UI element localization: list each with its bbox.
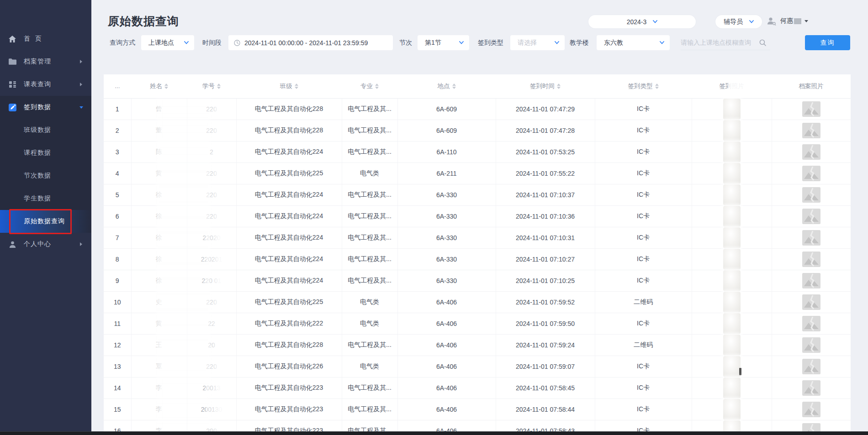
broken-image-placeholder-icon[interactable] — [802, 230, 820, 246]
cell-class: 电气工程及其自动化228 — [236, 120, 342, 141]
cell-class: 电气工程及其自动化226 — [236, 356, 342, 377]
sidebar-item-label: 个人中心 — [24, 240, 51, 248]
cell-archive-photo — [772, 291, 851, 313]
col-header-signin-time[interactable]: 签到时间 — [496, 74, 595, 98]
col-header-major[interactable]: 专业 — [342, 74, 397, 98]
sidebar-item-home[interactable]: 首 页 — [0, 27, 91, 50]
sidebar-subitem-student-data[interactable]: 学生数据 — [0, 187, 91, 210]
cell-class: 电气工程及其自动化223 — [236, 398, 342, 420]
broken-image-placeholder-icon[interactable] — [802, 316, 820, 331]
cell-student-id: 20013 — [187, 377, 236, 398]
signin-photo-thumbnail[interactable] — [723, 206, 741, 227]
cell-signin-time: 2024-11-01 07:59:52 — [496, 291, 595, 313]
chevron-right-icon — [80, 242, 82, 246]
signin-photo-thumbnail[interactable] — [723, 120, 741, 141]
sidebar-subitem-class-data[interactable]: 班级数据 — [0, 119, 91, 142]
signin-type-select[interactable]: 请选择 — [510, 35, 565, 50]
user-menu[interactable]: 何惠 — [767, 16, 808, 26]
cell-signin-type: IC卡 — [595, 248, 692, 270]
cell-signin-photo — [692, 398, 772, 420]
col-header-index: ... — [104, 74, 131, 98]
signin-photo-thumbnail[interactable] — [723, 399, 741, 420]
query-mode-select[interactable]: 上课地点 — [141, 35, 194, 50]
broken-image-placeholder-icon[interactable] — [802, 209, 820, 224]
signin-photo-thumbnail[interactable] — [723, 227, 741, 248]
signin-photo-thumbnail[interactable] — [723, 99, 741, 120]
role-select[interactable]: 辅导员 — [715, 15, 762, 28]
sidebar-item-schedule[interactable]: 课表查询 — [0, 73, 91, 96]
sort-icon[interactable] — [164, 84, 168, 89]
signin-photo-thumbnail[interactable] — [723, 142, 741, 162]
signin-photo-thumbnail[interactable] — [723, 292, 741, 313]
broken-image-placeholder-icon[interactable] — [802, 273, 820, 288]
cell-location: 6A-406 — [397, 377, 496, 398]
search-icon[interactable] — [759, 39, 766, 46]
col-header-student-id[interactable]: 学号 — [187, 74, 236, 98]
cell-signin-time: 2024-11-01 07:47:28 — [496, 120, 595, 141]
col-header-location[interactable]: 地点 — [397, 74, 496, 98]
cell-class: 电气工程及其自动化224 — [236, 205, 342, 227]
broken-image-placeholder-icon[interactable] — [802, 294, 820, 310]
broken-image-placeholder-icon[interactable] — [802, 402, 820, 417]
sidebar-item-archive[interactable]: 档案管理 — [0, 50, 91, 73]
cell-major: 电气工程及其... — [342, 248, 397, 270]
broken-image-placeholder-icon[interactable] — [802, 337, 820, 353]
sidebar-subitem-period-data[interactable]: 节次数据 — [0, 164, 91, 187]
signin-photo-thumbnail[interactable] — [723, 163, 741, 184]
signin-photo-thumbnail[interactable] — [723, 356, 741, 377]
cell-name: 李 — [131, 398, 187, 420]
broken-image-placeholder-icon[interactable] — [802, 252, 820, 267]
row-index: 14 — [104, 377, 131, 398]
term-select[interactable]: 2024-3 — [588, 15, 696, 28]
row-index: 4 — [104, 162, 131, 184]
cell-location: 6A-330 — [397, 205, 496, 227]
role-select-value: 辅导员 — [724, 18, 743, 26]
cell-signin-time: 2024-11-01 07:59:50 — [496, 313, 595, 334]
cell-signin-time: 2024-11-01 07:55:22 — [496, 162, 595, 184]
col-header-class[interactable]: 班级 — [236, 74, 342, 98]
cell-class: 电气工程及其自动化224 — [236, 248, 342, 270]
time-range-value: 2024-11-01 00:00:00 - 2024-11-01 23:59:5… — [244, 39, 368, 47]
col-header-signin-type[interactable]: 签到类型 — [595, 74, 692, 98]
sidebar-subitem-course-data[interactable]: 课程数据 — [0, 142, 91, 164]
signin-photo-thumbnail[interactable] — [723, 270, 741, 291]
col-header-name[interactable]: 姓名 — [131, 74, 187, 98]
dropdown-caret-icon — [804, 20, 808, 22]
signin-photo-thumbnail[interactable] — [723, 377, 741, 398]
sort-icon[interactable] — [295, 84, 298, 89]
signin-photo-thumbnail[interactable] — [723, 184, 741, 205]
sort-icon[interactable] — [655, 84, 659, 89]
cell-signin-type: IC卡 — [595, 141, 692, 162]
cell-name: 徐 — [131, 205, 187, 227]
broken-image-placeholder-icon[interactable] — [802, 144, 820, 160]
signin-photo-thumbnail[interactable] — [723, 249, 741, 270]
broken-image-placeholder-icon[interactable] — [802, 187, 820, 203]
page-title: 原始数据查询 — [108, 14, 179, 29]
broken-image-placeholder-icon[interactable] — [802, 359, 820, 374]
building-select[interactable]: 东六教 — [597, 35, 670, 50]
sort-icon[interactable] — [452, 84, 456, 89]
chevron-down-icon — [459, 41, 464, 44]
query-button[interactable]: 查询 — [805, 35, 850, 50]
period-select[interactable]: 第1节 — [418, 35, 469, 50]
sort-icon[interactable] — [375, 84, 379, 89]
signin-photo-thumbnail[interactable] — [723, 335, 741, 356]
table-row: 4 黄 220 电气工程及其自动化225 电气类 6A-211 2024-11-… — [104, 162, 851, 184]
broken-image-placeholder-icon[interactable] — [802, 123, 820, 138]
broken-image-placeholder-icon[interactable] — [802, 101, 820, 117]
time-range-input[interactable]: 2024-11-01 00:00:00 - 2024-11-01 23:59:5… — [228, 35, 393, 50]
sort-icon[interactable] — [217, 84, 221, 89]
col-header-signin-photo: 签到照片 — [692, 74, 772, 98]
cell-major: 电气工程及其... — [342, 205, 397, 227]
sidebar-subitem-raw-data-query[interactable]: 原始数据查询 — [0, 210, 91, 233]
redaction-block — [794, 18, 801, 24]
sidebar-item-signin-data[interactable]: 签到数据 — [0, 96, 91, 119]
broken-image-placeholder-icon[interactable] — [802, 166, 820, 181]
cell-class: 电气工程及其自动化224 — [236, 141, 342, 162]
sidebar-item-personal-center[interactable]: 个人中心 — [0, 233, 91, 256]
location-search-input[interactable] — [681, 39, 759, 46]
broken-image-placeholder-icon[interactable] — [802, 380, 820, 396]
signin-photo-thumbnail[interactable] — [723, 313, 741, 334]
query-mode-label: 查询方式 — [110, 35, 135, 50]
sort-icon[interactable] — [557, 84, 561, 89]
